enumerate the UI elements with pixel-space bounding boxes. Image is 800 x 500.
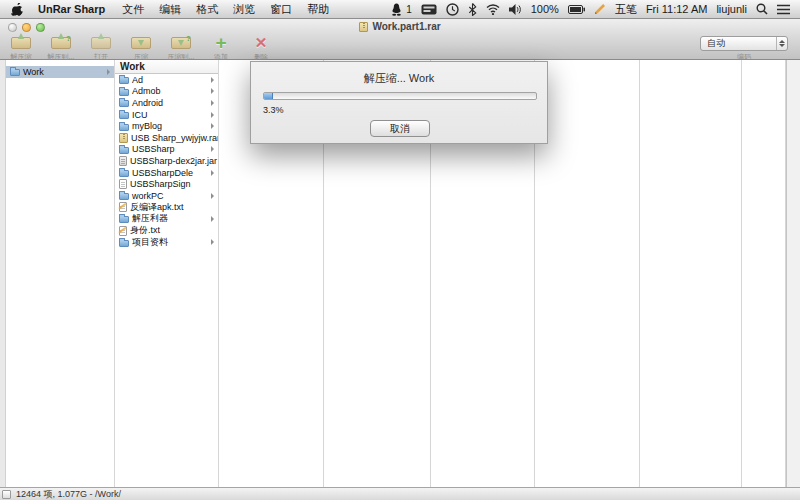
text-file-icon xyxy=(119,202,127,212)
spotlight-icon[interactable] xyxy=(756,3,768,15)
folder-icon xyxy=(119,193,129,200)
menu-bar: UnRar Sharp 文件 编辑 格式 浏览 窗口 帮助 1 100% 五笔 … xyxy=(0,0,800,19)
list-item[interactable]: 项目资料 xyxy=(115,236,218,248)
extract-button[interactable]: 解压缩 xyxy=(4,34,38,62)
encoding-dropdown[interactable]: 自动 xyxy=(700,36,788,51)
folder-icon xyxy=(119,147,129,154)
time-machine-icon[interactable] xyxy=(446,3,459,16)
chevron-right-icon xyxy=(107,69,110,75)
list-item[interactable]: Ad xyxy=(115,74,218,86)
jar-file-icon xyxy=(119,156,127,166)
cancel-button[interactable]: 取消 xyxy=(370,120,430,137)
chevron-right-icon xyxy=(211,123,214,129)
add-button[interactable]: + 添加 xyxy=(204,34,238,62)
chevron-right-icon xyxy=(211,112,214,118)
list-item[interactable]: USBSharp xyxy=(115,144,218,156)
folder-icon xyxy=(119,170,129,177)
stepper-arrows-icon xyxy=(776,37,787,50)
chevron-right-icon xyxy=(211,193,214,199)
cross-icon: ✕ xyxy=(255,34,268,51)
rar-file-icon xyxy=(359,22,368,32)
status-grip-button[interactable] xyxy=(2,490,11,499)
apple-menu-icon[interactable] xyxy=(11,3,23,16)
vertical-scrollbar[interactable] xyxy=(786,60,800,487)
input-method-label[interactable]: 五笔 xyxy=(615,2,637,17)
menu-format[interactable]: 格式 xyxy=(196,2,218,17)
menubar-clock[interactable]: Fri 11:12 AM xyxy=(646,3,708,15)
chevron-right-icon xyxy=(211,146,214,152)
list-item-work[interactable]: Work xyxy=(6,66,114,78)
list-item[interactable]: ICU xyxy=(115,109,218,121)
list-item[interactable]: workPC xyxy=(115,190,218,202)
folder-icon xyxy=(119,124,129,131)
browser-column-empty xyxy=(640,60,742,487)
battery-percent: 100% xyxy=(531,3,559,15)
browser-column-work: Work Ad Admob Android ICU myBlog USB Sha… xyxy=(115,60,219,487)
list-item[interactable]: USBSharpDele xyxy=(115,167,218,179)
open-button[interactable]: 打开 xyxy=(84,34,118,62)
chevron-right-icon xyxy=(211,216,214,222)
compress-icon xyxy=(131,37,151,49)
list-item[interactable]: USBSharpSign xyxy=(115,178,218,190)
extract-to-icon: ? xyxy=(51,37,71,49)
list-item[interactable]: 解压利器 xyxy=(115,213,218,225)
folder-icon xyxy=(119,216,129,223)
document-icon xyxy=(119,179,127,189)
status-bar: 12464 项, 1.077G - /Work/ xyxy=(0,487,800,500)
chevron-right-icon xyxy=(211,88,214,94)
progress-bar xyxy=(263,92,537,100)
menu-file[interactable]: 文件 xyxy=(122,2,144,17)
bluetooth-icon[interactable] xyxy=(468,3,477,16)
menu-help[interactable]: 帮助 xyxy=(307,2,329,17)
window-title: Work.part1.rar xyxy=(0,21,800,32)
list-item[interactable]: 身份.txt xyxy=(115,225,218,237)
chevron-right-icon xyxy=(211,239,214,245)
list-item[interactable]: USB Sharp_ywjyjw.rar xyxy=(115,132,218,144)
app-menu[interactable]: UnRar Sharp xyxy=(38,3,105,15)
compress-to-icon: ? xyxy=(171,37,191,49)
notification-center-icon[interactable] xyxy=(777,4,790,15)
delete-button[interactable]: ✕ 删除 xyxy=(244,34,278,62)
folder-icon xyxy=(119,112,129,119)
list-item[interactable]: Admob xyxy=(115,86,218,98)
list-item[interactable]: Android xyxy=(115,97,218,109)
folder-icon xyxy=(119,89,129,96)
chevron-right-icon xyxy=(211,170,214,176)
toolbar: 解压缩 ? 解压到... 打开 压缩 ? 压缩到... + 添加 ✕ 删除 自动 xyxy=(0,33,800,60)
qq-badge: 1 xyxy=(406,4,412,15)
list-item[interactable]: USBSharp-dex2jar.jar xyxy=(115,155,218,167)
compress-to-button[interactable]: ? 压缩到... xyxy=(164,34,198,62)
dialog-title: 解压缩... Work xyxy=(251,71,547,86)
menu-edit[interactable]: 编辑 xyxy=(159,2,181,17)
folder-icon xyxy=(119,100,129,107)
folder-icon xyxy=(10,69,20,76)
menu-window[interactable]: 窗口 xyxy=(270,2,292,17)
qq-icon[interactable] xyxy=(391,3,402,16)
open-icon xyxy=(91,37,111,49)
wifi-icon[interactable] xyxy=(486,4,500,15)
folder-icon xyxy=(119,77,129,84)
chevron-right-icon xyxy=(211,100,214,106)
text-file-icon xyxy=(119,226,127,236)
encoding-value: 自动 xyxy=(707,37,725,50)
input-method-pen-icon[interactable] xyxy=(594,3,606,15)
window-title-bar: Work.part1.rar xyxy=(0,19,800,33)
input-source-icon[interactable] xyxy=(421,4,437,15)
folder-icon xyxy=(119,240,129,247)
list-item[interactable]: 反编译apk.txt xyxy=(115,202,218,214)
extract-to-button[interactable]: ? 解压到... xyxy=(44,34,78,62)
progress-fill xyxy=(264,93,273,99)
menubar-user[interactable]: liujunli xyxy=(716,3,747,15)
status-text: 12464 项, 1.077G - /Work/ xyxy=(16,488,121,500)
chevron-right-icon xyxy=(211,77,214,83)
list-item[interactable]: myBlog xyxy=(115,120,218,132)
extract-icon xyxy=(11,37,31,49)
plus-icon: + xyxy=(215,34,226,51)
battery-icon[interactable] xyxy=(568,5,585,14)
menu-view[interactable]: 浏览 xyxy=(233,2,255,17)
compress-button[interactable]: 压缩 xyxy=(124,34,158,62)
rar-file-icon xyxy=(119,133,128,143)
progress-percent: 3.3% xyxy=(263,105,284,115)
volume-icon[interactable] xyxy=(509,4,522,15)
browser-column-empty xyxy=(742,60,786,487)
